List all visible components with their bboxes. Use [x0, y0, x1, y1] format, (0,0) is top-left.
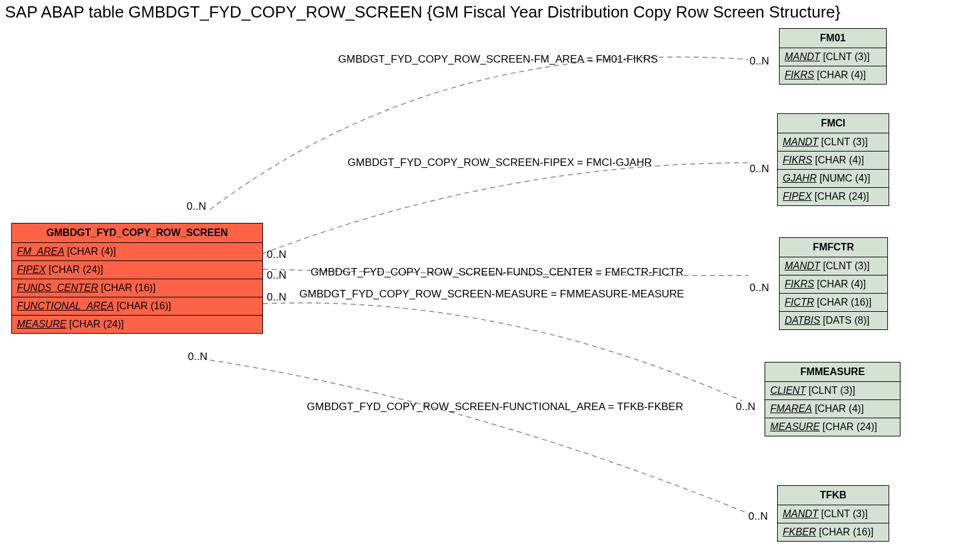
- field-name: MANDT: [785, 51, 820, 62]
- entity-row: MANDT [CLNT (3)]: [780, 48, 886, 66]
- card-label: 0..N: [187, 200, 206, 213]
- field-type: [CLNT (3)]: [821, 136, 867, 147]
- field-type: [CHAR (4)]: [67, 246, 116, 257]
- field-name: FIPEX: [17, 264, 46, 275]
- entity-row: GJAHR [NUMC (4)]: [778, 170, 889, 188]
- rel-label: GMBDGT_FYD_COPY_ROW_SCREEN-FM_AREA = FM0…: [338, 53, 658, 66]
- entity-fm01: FM01 MANDT [CLNT (3)] FIKRS [CHAR (4)]: [779, 28, 887, 85]
- entity-row: FIPEX [CHAR (24)]: [778, 188, 889, 205]
- field-type: [CHAR (16)]: [819, 527, 874, 537]
- field-type: [CHAR (24)]: [49, 264, 103, 275]
- field-type: [CHAR (16)]: [101, 282, 155, 293]
- field-name: FM_AREA: [17, 246, 64, 257]
- entity-row: DATBIS [DATS (8)]: [780, 312, 887, 329]
- field-name: FUNDS_CENTER: [17, 282, 98, 293]
- card-label: 0..N: [748, 510, 768, 523]
- entity-fmmeasure: FMMEASURE CLIENT [CLNT (3)] FMAREA [CHAR…: [765, 362, 900, 436]
- field-name: MANDT: [783, 508, 818, 519]
- entity-main-row: FUNCTIONAL_AREA [CHAR (16)]: [12, 297, 262, 316]
- field-name: MEASURE: [17, 319, 66, 329]
- entity-main-row: MEASURE [CHAR (24)]: [12, 316, 262, 333]
- field-type: [CHAR (4)]: [815, 403, 864, 414]
- entity-row: FIKRS [CHAR (4)]: [780, 275, 887, 294]
- entity-row: MANDT [CLNT (3)]: [778, 505, 889, 523]
- field-type: [DATS (8)]: [823, 315, 869, 326]
- entity-row: FKBER [CHAR (16)]: [778, 523, 889, 541]
- field-type: [CHAR (4)]: [817, 279, 866, 289]
- field-name: FIPEX: [783, 191, 812, 202]
- entity-header: FM01: [780, 29, 886, 48]
- card-label: 0..N: [267, 291, 286, 304]
- card-label: 0..N: [750, 55, 769, 68]
- field-type: [CHAR (16)]: [116, 301, 171, 311]
- rel-label: GMBDGT_FYD_COPY_ROW_SCREEN-FUNCTIONAL_AR…: [307, 401, 683, 413]
- field-type: [CHAR (4)]: [817, 70, 866, 80]
- field-name: FMAREA: [770, 403, 812, 414]
- field-type: [CHAR (24)]: [823, 421, 877, 432]
- entity-main-row: FIPEX [CHAR (24)]: [12, 261, 262, 279]
- entity-row: MANDT [CLNT (3)]: [780, 257, 887, 275]
- field-name: GJAHR: [783, 173, 817, 183]
- card-label: 0..N: [736, 401, 755, 413]
- field-name: DATBIS: [785, 315, 820, 326]
- entity-row: FMAREA [CHAR (4)]: [765, 400, 900, 418]
- field-name: CLIENT: [770, 385, 806, 396]
- rel-label: GMBDGT_FYD_COPY_ROW_SCREEN-FUNDS_CENTER …: [311, 266, 684, 279]
- field-name: MEASURE: [770, 421, 820, 432]
- entity-main: GMBDGT_FYD_COPY_ROW_SCREEN FM_AREA [CHAR…: [11, 223, 263, 334]
- field-type: [CLNT (3)]: [808, 385, 855, 396]
- field-name: FIKRS: [785, 279, 814, 289]
- field-name: FKBER: [783, 527, 816, 537]
- entity-main-row: FUNDS_CENTER [CHAR (16)]: [12, 279, 262, 297]
- field-name: FIKRS: [783, 155, 812, 165]
- field-type: [CHAR (4)]: [815, 155, 864, 165]
- rel-label: GMBDGT_FYD_COPY_ROW_SCREEN-MEASURE = FMM…: [299, 288, 684, 301]
- entity-main-header: GMBDGT_FYD_COPY_ROW_SCREEN: [12, 224, 262, 243]
- entity-main-row: FM_AREA [CHAR (4)]: [12, 243, 262, 261]
- field-type: [CHAR (24)]: [70, 319, 124, 329]
- field-type: [CLNT (3)]: [823, 51, 869, 62]
- entity-tfkb: TFKB MANDT [CLNT (3)] FKBER [CHAR (16)]: [777, 485, 889, 542]
- card-label: 0..N: [267, 249, 286, 261]
- field-name: MANDT: [785, 260, 820, 271]
- field-name: FUNCTIONAL_AREA: [17, 301, 114, 311]
- field-name: MANDT: [783, 136, 818, 147]
- entity-row: FIKRS [CHAR (4)]: [780, 66, 886, 84]
- field-type: [CLNT (3)]: [823, 260, 869, 271]
- field-type: [CLNT (3)]: [821, 508, 867, 519]
- field-type: [CHAR (16)]: [817, 297, 872, 307]
- page-title: SAP ABAP table GMBDGT_FYD_COPY_ROW_SCREE…: [5, 3, 840, 22]
- entity-header: FMCI: [778, 114, 889, 133]
- field-name: FICTR: [785, 297, 814, 307]
- field-name: FIKRS: [785, 70, 814, 80]
- field-type: [CHAR (24)]: [815, 191, 869, 202]
- card-label: 0..N: [750, 163, 769, 175]
- entity-header: FMFCTR: [780, 238, 887, 257]
- card-label: 0..N: [750, 282, 769, 294]
- entity-row: FIKRS [CHAR (4)]: [778, 152, 889, 170]
- entity-fmci: FMCI MANDT [CLNT (3)] FIKRS [CHAR (4)] G…: [777, 113, 889, 206]
- entity-header: TFKB: [778, 486, 889, 505]
- entity-fmfctr: FMFCTR MANDT [CLNT (3)] FIKRS [CHAR (4)]…: [779, 237, 888, 330]
- card-label: 0..N: [188, 351, 207, 363]
- entity-header: FMMEASURE: [765, 363, 900, 382]
- entity-row: FICTR [CHAR (16)]: [780, 294, 887, 312]
- entity-row: MEASURE [CHAR (24)]: [765, 418, 900, 436]
- card-label: 0..N: [267, 269, 286, 282]
- field-type: [NUMC (4)]: [820, 173, 870, 183]
- entity-row: MANDT [CLNT (3)]: [778, 133, 889, 152]
- entity-row: CLIENT [CLNT (3)]: [765, 382, 900, 400]
- rel-label: GMBDGT_FYD_COPY_ROW_SCREEN-FIPEX = FMCI-…: [348, 157, 652, 169]
